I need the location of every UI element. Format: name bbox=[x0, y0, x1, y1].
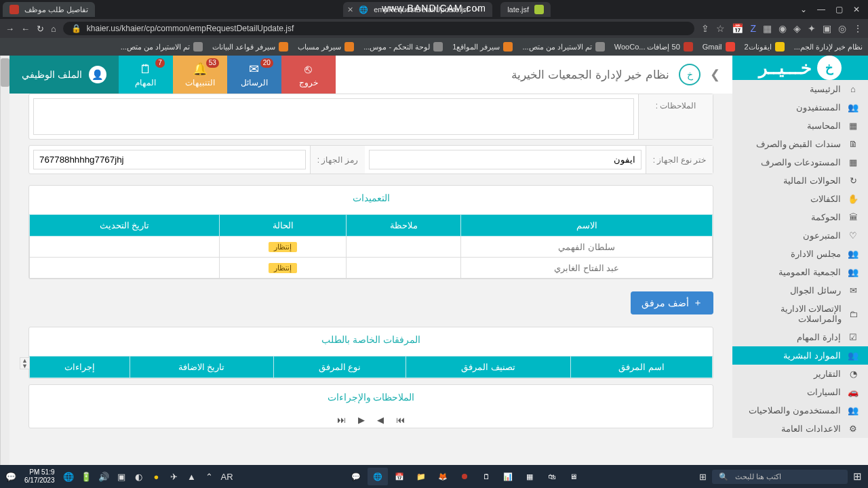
alerts-button[interactable]: 53 🔔 التنبيهات bbox=[173, 56, 227, 94]
network-icon[interactable]: 🌐 bbox=[62, 470, 75, 483]
bookmark-item[interactable]: سيرفر المواقع1 bbox=[452, 42, 513, 52]
pager-last-icon[interactable]: ⏮ bbox=[396, 415, 405, 425]
sidebar-item[interactable]: 🗀الإتصالات الادارية والمراسلات bbox=[732, 300, 868, 328]
sidebar-item[interactable]: 🏛الحوكمة bbox=[732, 208, 868, 226]
bookmark-item[interactable]: تم الاستيراد من متص... bbox=[121, 42, 203, 52]
tab-close-icon[interactable]: ✕ bbox=[474, 5, 480, 14]
sidebar-item[interactable]: 👥الجمعية العمومية bbox=[732, 263, 868, 281]
url-input[interactable]: khaier.us/khaier/cp/common/empRequestDet… bbox=[63, 22, 695, 35]
bookmark-item[interactable]: 50 إضافات ...WooCo bbox=[614, 42, 693, 52]
sidebar-item[interactable]: 👥المستخدمون والصلاحيات bbox=[732, 401, 868, 420]
taskbar-bandicam-icon[interactable] bbox=[454, 468, 475, 485]
extensions-icon[interactable]: ✦ bbox=[808, 23, 816, 34]
browser-tab-active[interactable]: تفاصيل طلب موظف bbox=[3, 2, 95, 17]
tray-icon[interactable]: ▲ bbox=[185, 470, 199, 483]
bookmark-item[interactable]: ايقونات2 bbox=[745, 42, 785, 52]
dropdown-window-icon[interactable]: ⌄ bbox=[799, 5, 808, 14]
taskbar-app-icon[interactable]: 💬 bbox=[346, 468, 366, 485]
bookmark-item[interactable]: سيرفر مسباب bbox=[298, 42, 354, 52]
taskbar-app-icon[interactable]: 🛍 bbox=[541, 468, 561, 485]
bookmark-icon bbox=[344, 42, 354, 52]
taskbar-app-icon[interactable]: 📊 bbox=[498, 468, 518, 485]
sidebar-item[interactable]: ✋الكفالات bbox=[732, 190, 868, 208]
bookmark-item[interactable]: نظام خير لإدارة الجم... bbox=[794, 43, 863, 52]
sidebar-item[interactable]: 👥الموارد البشرية bbox=[732, 346, 868, 365]
scrollbar-thumb[interactable] bbox=[1, 58, 9, 87]
notes-textarea[interactable] bbox=[33, 98, 634, 135]
spinner-control[interactable]: ▲▼ bbox=[20, 357, 30, 369]
logout-button[interactable]: ⎋ خروج bbox=[281, 56, 336, 94]
tray-chevron-icon[interactable]: ⌃ bbox=[203, 470, 216, 483]
tray-icon[interactable]: ▣ bbox=[115, 470, 128, 483]
menu-icon[interactable]: ⋮ bbox=[853, 23, 863, 34]
taskbar-app-icon[interactable]: 🌐 bbox=[368, 468, 388, 485]
chevron-left-icon[interactable]: ❯ bbox=[710, 67, 720, 82]
sidebar-item[interactable]: ◔التقارير bbox=[732, 365, 868, 383]
vertical-scrollbar[interactable] bbox=[0, 56, 9, 465]
ext-icon[interactable]: Z bbox=[750, 23, 756, 34]
pager-prev-icon[interactable]: ◀ bbox=[377, 415, 384, 425]
taskbar-app-icon[interactable]: ▦ bbox=[519, 468, 540, 485]
device-type-input[interactable] bbox=[369, 150, 642, 169]
sidebar-item[interactable]: 👥مجلس الادارة bbox=[732, 245, 868, 263]
bookmark-star-icon[interactable]: ☆ bbox=[716, 23, 725, 34]
sidebar-item[interactable]: ☑إدارة المهام bbox=[732, 328, 868, 346]
ext-icon[interactable]: ▦ bbox=[763, 23, 772, 34]
tasks-button[interactable]: 7 🗒 المهام bbox=[119, 56, 173, 94]
taskbar-clock[interactable]: PM 51:9 6/17/2023 bbox=[22, 468, 58, 485]
sidebar-item[interactable]: ⌂الرئيسية bbox=[732, 80, 868, 98]
ext-icon[interactable]: 📅 bbox=[732, 23, 743, 34]
sidebar-item[interactable]: 👥المستفيدون bbox=[732, 98, 868, 117]
sidebar-item[interactable]: ✉رسائل الجوال bbox=[732, 281, 868, 300]
volume-icon[interactable]: 🔊 bbox=[97, 470, 111, 483]
sidebar-item[interactable]: ↻الحوالات المالية bbox=[732, 171, 868, 190]
profile-button[interactable]: 👤 الملف الوظيفي bbox=[9, 56, 119, 94]
forward-icon[interactable]: ← bbox=[21, 24, 30, 34]
share-icon[interactable]: ⇪ bbox=[701, 23, 709, 34]
sidebar-item[interactable]: ▦المحاسبة bbox=[732, 117, 868, 135]
device-code-input[interactable] bbox=[33, 150, 306, 169]
taskbar-app-icon[interactable]: 🦊 bbox=[433, 468, 453, 485]
back-icon[interactable]: → bbox=[5, 24, 14, 34]
task-view-icon[interactable]: ⊞ bbox=[696, 470, 709, 483]
pager-next-icon[interactable]: ▶ bbox=[358, 415, 365, 425]
taskbar-app-icon[interactable]: 🗒 bbox=[476, 468, 496, 485]
pager-first-icon[interactable]: ⏭ bbox=[337, 415, 346, 425]
brand-logo[interactable]: خ خـــيــر bbox=[732, 56, 868, 80]
bookmark-item[interactable]: تم الاستيراد من متص... bbox=[522, 42, 604, 52]
reload-icon[interactable]: ↻ bbox=[37, 24, 44, 34]
tab-close-icon[interactable]: ✕ bbox=[347, 5, 353, 14]
taskbar-app-icon[interactable]: 🖥 bbox=[563, 468, 583, 485]
bookmark-item[interactable]: سيرفر قواعد البيانات bbox=[212, 42, 288, 52]
sidebar-item[interactable]: ⚙الاعدادات العامة bbox=[732, 420, 868, 438]
battery-icon[interactable]: 🔋 bbox=[79, 470, 93, 483]
lang-indicator[interactable]: AR bbox=[220, 470, 234, 483]
brave-shield-icon[interactable]: ◎ bbox=[838, 23, 846, 34]
sidebar-item[interactable]: ▦المستودعات والصرف bbox=[732, 153, 868, 171]
start-icon[interactable]: ⊞ bbox=[850, 470, 864, 483]
close-window-icon[interactable]: ✕ bbox=[852, 5, 861, 14]
maximize-window-icon[interactable]: ▢ bbox=[834, 5, 844, 14]
sidepanel-icon[interactable]: ▣ bbox=[823, 23, 831, 34]
messages-button[interactable]: 20 ✉ الرسائل bbox=[227, 56, 281, 94]
chevron-down-icon[interactable]: ▼ bbox=[20, 363, 29, 369]
sidebar-item[interactable]: ♡المتبرعون bbox=[732, 226, 868, 245]
tray-icon[interactable]: ● bbox=[150, 470, 163, 483]
tray-icon[interactable]: ✈ bbox=[167, 470, 181, 483]
minimize-window-icon[interactable]: — bbox=[816, 5, 826, 14]
browser-tab[interactable]: ✕ empRequestDetailUpdate.jsf 🌐 ✕ bbox=[343, 2, 492, 17]
ext-icon[interactable]: ◉ bbox=[778, 23, 787, 34]
action-center-icon[interactable]: 💬 bbox=[4, 470, 18, 483]
taskbar-app-icon[interactable]: 📅 bbox=[389, 468, 410, 485]
home-icon[interactable]: ⌂ bbox=[51, 24, 56, 34]
sidebar-item[interactable]: 🚗السيارات bbox=[732, 383, 868, 401]
taskbar-app-icon[interactable]: 📁 bbox=[411, 468, 431, 485]
tray-icon[interactable]: ◐ bbox=[132, 470, 146, 483]
bookmark-item[interactable]: Gmail bbox=[703, 42, 735, 52]
sidebar-item[interactable]: 🗎سندات القبض والصرف bbox=[732, 135, 868, 153]
bookmark-item[interactable]: لوحة التحكم - موس... bbox=[363, 42, 443, 52]
add-attachment-button[interactable]: ＋ أضف مرفق bbox=[631, 291, 713, 314]
browser-tab[interactable]: late.jsf bbox=[500, 2, 551, 17]
taskbar-search[interactable]: اكتب هنا للبحث 🔍 bbox=[712, 470, 848, 484]
ext-icon[interactable]: ◈ bbox=[793, 23, 801, 34]
